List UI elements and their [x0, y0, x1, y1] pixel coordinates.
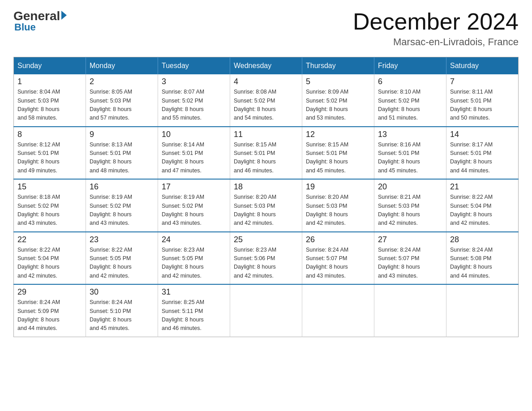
logo-text-blue: Blue: [13, 21, 36, 33]
calendar-cell: 26Sunrise: 8:24 AMSunset: 5:07 PMDayligh…: [302, 232, 374, 285]
calendar-cell: [230, 284, 302, 337]
calendar-cell: 19Sunrise: 8:20 AMSunset: 5:03 PMDayligh…: [302, 179, 374, 232]
day-info: Sunrise: 8:20 AMSunset: 5:03 PMDaylight:…: [234, 193, 298, 228]
calendar-cell: 1Sunrise: 8:04 AMSunset: 5:03 PMDaylight…: [14, 74, 86, 127]
logo-arrow-icon: [61, 11, 67, 20]
day-info: Sunrise: 8:24 AMSunset: 5:07 PMDaylight:…: [306, 246, 370, 281]
calendar-cell: 9Sunrise: 8:13 AMSunset: 5:01 PMDaylight…: [86, 127, 158, 180]
page-header: General Blue December 2024 Marsac-en-Liv…: [13, 9, 519, 48]
day-number: 24: [162, 235, 226, 244]
calendar-cell: 21Sunrise: 8:22 AMSunset: 5:04 PMDayligh…: [446, 179, 519, 232]
day-info: Sunrise: 8:15 AMSunset: 5:01 PMDaylight:…: [306, 141, 370, 176]
day-info: Sunrise: 8:24 AMSunset: 5:07 PMDaylight:…: [378, 246, 442, 281]
calendar-cell: 24Sunrise: 8:23 AMSunset: 5:05 PMDayligh…: [158, 232, 230, 285]
calendar-cell: 5Sunrise: 8:09 AMSunset: 5:02 PMDaylight…: [302, 74, 374, 127]
calendar-cell: 27Sunrise: 8:24 AMSunset: 5:07 PMDayligh…: [374, 232, 446, 285]
day-info: Sunrise: 8:19 AMSunset: 5:02 PMDaylight:…: [162, 193, 226, 228]
calendar-cell: 11Sunrise: 8:15 AMSunset: 5:01 PMDayligh…: [230, 127, 302, 180]
calendar-cell: 10Sunrise: 8:14 AMSunset: 5:01 PMDayligh…: [158, 127, 230, 180]
calendar-cell: 3Sunrise: 8:07 AMSunset: 5:02 PMDaylight…: [158, 74, 230, 127]
day-header-sunday: Sunday: [14, 57, 86, 75]
calendar-cell: 6Sunrise: 8:10 AMSunset: 5:02 PMDaylight…: [374, 74, 446, 127]
day-info: Sunrise: 8:24 AMSunset: 5:08 PMDaylight:…: [450, 246, 515, 281]
day-info: Sunrise: 8:13 AMSunset: 5:01 PMDaylight:…: [90, 141, 154, 176]
day-header-wednesday: Wednesday: [230, 57, 302, 75]
calendar-cell: [374, 284, 446, 337]
day-number: 27: [378, 235, 442, 244]
calendar-cell: [446, 284, 519, 337]
day-number: 28: [450, 235, 515, 244]
calendar-table: SundayMondayTuesdayWednesdayThursdayFrid…: [13, 57, 519, 337]
day-number: 26: [306, 235, 370, 244]
calendar-week-2: 8Sunrise: 8:12 AMSunset: 5:01 PMDaylight…: [14, 127, 519, 180]
calendar-cell: 28Sunrise: 8:24 AMSunset: 5:08 PMDayligh…: [446, 232, 519, 285]
calendar-cell: 13Sunrise: 8:16 AMSunset: 5:01 PMDayligh…: [374, 127, 446, 180]
calendar-week-1: 1Sunrise: 8:04 AMSunset: 5:03 PMDaylight…: [14, 74, 519, 127]
day-number: 4: [234, 77, 298, 86]
day-info: Sunrise: 8:11 AMSunset: 5:01 PMDaylight:…: [450, 88, 515, 123]
day-header-friday: Friday: [374, 57, 446, 75]
calendar-cell: 17Sunrise: 8:19 AMSunset: 5:02 PMDayligh…: [158, 179, 230, 232]
calendar-cell: 7Sunrise: 8:11 AMSunset: 5:01 PMDaylight…: [446, 74, 519, 127]
day-info: Sunrise: 8:18 AMSunset: 5:02 PMDaylight:…: [17, 193, 82, 228]
day-number: 31: [162, 287, 226, 297]
day-info: Sunrise: 8:24 AMSunset: 5:10 PMDaylight:…: [90, 298, 154, 333]
calendar-cell: 16Sunrise: 8:19 AMSunset: 5:02 PMDayligh…: [86, 179, 158, 232]
day-number: 15: [17, 182, 82, 192]
calendar-cell: 15Sunrise: 8:18 AMSunset: 5:02 PMDayligh…: [14, 179, 86, 232]
day-info: Sunrise: 8:07 AMSunset: 5:02 PMDaylight:…: [162, 88, 226, 123]
day-number: 16: [90, 182, 154, 192]
day-info: Sunrise: 8:08 AMSunset: 5:02 PMDaylight:…: [234, 88, 298, 123]
calendar-cell: 4Sunrise: 8:08 AMSunset: 5:02 PMDaylight…: [230, 74, 302, 127]
calendar-cell: 25Sunrise: 8:23 AMSunset: 5:06 PMDayligh…: [230, 232, 302, 285]
calendar-week-3: 15Sunrise: 8:18 AMSunset: 5:02 PMDayligh…: [14, 179, 519, 232]
day-number: 19: [306, 182, 370, 192]
day-info: Sunrise: 8:22 AMSunset: 5:04 PMDaylight:…: [17, 246, 82, 281]
calendar-cell: 22Sunrise: 8:22 AMSunset: 5:04 PMDayligh…: [14, 232, 86, 285]
day-header-saturday: Saturday: [446, 57, 519, 75]
calendar-cell: 12Sunrise: 8:15 AMSunset: 5:01 PMDayligh…: [302, 127, 374, 180]
calendar-week-4: 22Sunrise: 8:22 AMSunset: 5:04 PMDayligh…: [14, 232, 519, 285]
title-block: December 2024 Marsac-en-Livradois, Franc…: [353, 9, 519, 48]
calendar-cell: 14Sunrise: 8:17 AMSunset: 5:01 PMDayligh…: [446, 127, 519, 180]
day-number: 23: [90, 235, 154, 244]
day-number: 10: [162, 130, 226, 139]
calendar-cell: 31Sunrise: 8:25 AMSunset: 5:11 PMDayligh…: [158, 284, 230, 337]
day-info: Sunrise: 8:19 AMSunset: 5:02 PMDaylight:…: [90, 193, 154, 228]
day-number: 20: [378, 182, 442, 192]
day-info: Sunrise: 8:04 AMSunset: 5:03 PMDaylight:…: [17, 88, 82, 123]
day-number: 14: [450, 130, 515, 139]
day-info: Sunrise: 8:21 AMSunset: 5:03 PMDaylight:…: [378, 193, 442, 228]
calendar-cell: 8Sunrise: 8:12 AMSunset: 5:01 PMDaylight…: [14, 127, 86, 180]
day-number: 6: [378, 77, 442, 86]
day-info: Sunrise: 8:15 AMSunset: 5:01 PMDaylight:…: [234, 141, 298, 176]
day-header-tuesday: Tuesday: [158, 57, 230, 75]
day-number: 17: [162, 182, 226, 192]
day-number: 11: [234, 130, 298, 139]
calendar-cell: 20Sunrise: 8:21 AMSunset: 5:03 PMDayligh…: [374, 179, 446, 232]
day-info: Sunrise: 8:24 AMSunset: 5:09 PMDaylight:…: [17, 298, 82, 333]
calendar-cell: 18Sunrise: 8:20 AMSunset: 5:03 PMDayligh…: [230, 179, 302, 232]
day-number: 30: [90, 287, 154, 297]
calendar-week-5: 29Sunrise: 8:24 AMSunset: 5:09 PMDayligh…: [14, 284, 519, 337]
calendar-cell: 23Sunrise: 8:22 AMSunset: 5:05 PMDayligh…: [86, 232, 158, 285]
day-number: 25: [234, 235, 298, 244]
day-number: 18: [234, 182, 298, 192]
day-info: Sunrise: 8:10 AMSunset: 5:02 PMDaylight:…: [378, 88, 442, 123]
logo: General Blue: [13, 9, 67, 33]
day-number: 5: [306, 77, 370, 86]
day-info: Sunrise: 8:05 AMSunset: 5:03 PMDaylight:…: [90, 88, 154, 123]
day-number: 29: [17, 287, 82, 297]
day-info: Sunrise: 8:16 AMSunset: 5:01 PMDaylight:…: [378, 141, 442, 176]
calendar-header: SundayMondayTuesdayWednesdayThursdayFrid…: [14, 57, 519, 75]
day-info: Sunrise: 8:17 AMSunset: 5:01 PMDaylight:…: [450, 141, 515, 176]
day-info: Sunrise: 8:25 AMSunset: 5:11 PMDaylight:…: [162, 298, 226, 333]
day-info: Sunrise: 8:12 AMSunset: 5:01 PMDaylight:…: [17, 141, 82, 176]
calendar-cell: [302, 284, 374, 337]
location-subtitle: Marsac-en-Livradois, France: [353, 36, 519, 48]
calendar-cell: 30Sunrise: 8:24 AMSunset: 5:10 PMDayligh…: [86, 284, 158, 337]
month-year-title: December 2024: [353, 9, 519, 34]
day-info: Sunrise: 8:22 AMSunset: 5:04 PMDaylight:…: [450, 193, 515, 228]
day-number: 13: [378, 130, 442, 139]
day-number: 8: [17, 130, 82, 139]
